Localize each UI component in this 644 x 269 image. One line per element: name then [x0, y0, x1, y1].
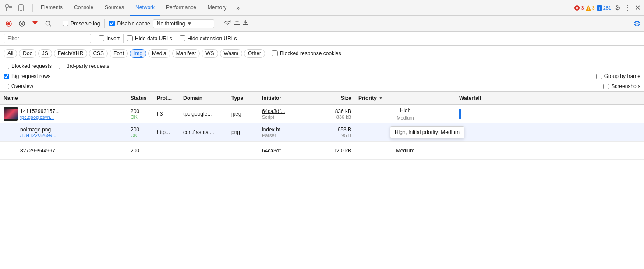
hide-data-urls-checkbox[interactable]: Hide data URLs — [127, 35, 172, 42]
row-1-thumbnail — [4, 107, 18, 121]
blocked-cookies-checkbox[interactable]: Blocked response cookies — [272, 50, 341, 57]
col-header-name[interactable]: Name — [0, 95, 127, 101]
blocked-requests-input[interactable] — [4, 64, 9, 69]
hide-ext-urls-checkbox[interactable]: Hide extension URLs — [180, 35, 237, 42]
tab-performance[interactable]: Performance — [161, 0, 202, 16]
col-header-type[interactable]: Type — [228, 95, 258, 101]
svg-marker-14 — [32, 21, 38, 26]
svg-text:✕: ✕ — [575, 6, 579, 11]
screenshots-checkbox[interactable]: Screenshots — [603, 83, 640, 89]
filter-type-manifest[interactable]: Manifest — [172, 49, 200, 58]
row-1-name: 141152993157... tpc.googlesyn... — [0, 105, 127, 123]
more-options-icon[interactable]: ⋮ — [624, 4, 631, 12]
tab-elements[interactable]: Elements — [35, 0, 68, 16]
hide-data-urls-input[interactable] — [127, 35, 133, 41]
row-2-type: png — [228, 123, 258, 141]
more-tabs-button[interactable]: » — [233, 4, 243, 11]
filter-type-font[interactable]: Font — [110, 49, 128, 58]
filter-sep — [95, 34, 95, 43]
filter-right: Blocked response cookies — [272, 50, 341, 57]
row-3-name: 827299944997... — [0, 142, 127, 159]
search-icon[interactable] — [43, 18, 53, 29]
error-badge: ✕ 3 — [574, 5, 584, 11]
col-header-priority[interactable]: Priority ▼ — [355, 95, 456, 101]
overview-input[interactable] — [4, 84, 9, 89]
export-har-icon[interactable] — [243, 20, 249, 27]
preserve-log-input[interactable] — [63, 21, 68, 26]
table-row[interactable]: 141152993157... tpc.googlesyn... 200 OK … — [0, 105, 644, 123]
tab-network[interactable]: Network — [130, 0, 160, 16]
disable-cache-input[interactable] — [109, 21, 115, 26]
filter-type-img[interactable]: Img — [130, 49, 146, 58]
big-rows-input[interactable] — [4, 74, 9, 79]
throttle-dropdown[interactable]: No throttling ▼ — [153, 19, 214, 28]
table-row[interactable]: noImage.png /134122/32699... 200 OK http… — [0, 123, 644, 142]
filter-type-other[interactable]: Other — [244, 49, 265, 58]
thumb-image — [4, 109, 18, 119]
hide-ext-urls-input[interactable] — [180, 35, 185, 41]
filter-sep-3 — [176, 34, 176, 43]
row-1-domain: tpc.google... — [180, 105, 228, 123]
filter-type-css[interactable]: CSS — [89, 49, 108, 58]
table-row[interactable]: 827299944997... 200 64ca3df... 12.0 kB M… — [0, 142, 644, 160]
filter-type-ws[interactable]: WS — [202, 49, 218, 58]
row-2-waterfall — [456, 123, 644, 141]
blocked-cookies-input[interactable] — [272, 50, 278, 56]
row-2-initiator: index.ht... Parser — [258, 123, 311, 141]
filter-type-fetchxhr[interactable]: Fetch/XHR — [54, 49, 88, 58]
inspect-icon[interactable] — [4, 3, 14, 13]
col-header-waterfall[interactable]: Waterfall — [456, 95, 644, 101]
overview-checkbox[interactable]: Overview — [4, 83, 33, 89]
disable-cache-checkbox[interactable]: Disable cache — [109, 21, 150, 27]
filter-type-js[interactable]: JS — [38, 49, 52, 58]
group-by-frame-input[interactable] — [596, 74, 602, 79]
third-party-input[interactable] — [59, 64, 64, 69]
tab-memory[interactable]: Memory — [202, 0, 232, 16]
row-3-initiator: 64ca3df... — [258, 142, 311, 159]
group-by-frame-checkbox[interactable]: Group by frame — [596, 73, 640, 79]
filter-icon[interactable] — [30, 18, 40, 29]
preserve-log-checkbox[interactable]: Preserve log — [63, 21, 100, 27]
svg-point-15 — [46, 21, 50, 25]
close-devtools-icon[interactable]: ✕ — [635, 4, 640, 12]
big-rows-checkbox[interactable]: Big request rows — [4, 73, 50, 79]
settings-gear-icon[interactable]: ⚙ — [615, 4, 621, 12]
invert-input[interactable] — [99, 35, 104, 41]
devtools-icons — [4, 3, 26, 13]
row-1-initiator: 64ca3df... Script — [258, 105, 311, 123]
svg-rect-0 — [6, 5, 8, 7]
import-har-icon[interactable] — [234, 20, 240, 27]
filter-sep-2 — [123, 34, 124, 43]
filter-input[interactable] — [4, 34, 91, 43]
stop-recording-button[interactable] — [4, 18, 14, 29]
col-header-size[interactable]: Size — [311, 95, 355, 101]
row-3-priority: Medium — [355, 142, 456, 159]
tab-sources[interactable]: Sources — [99, 0, 129, 16]
mobile-icon[interactable] — [16, 3, 26, 13]
filter-type-doc[interactable]: Doc — [19, 49, 36, 58]
col-header-prot[interactable]: Prot... — [153, 95, 180, 101]
col-header-domain[interactable]: Domain — [180, 95, 228, 101]
row-2-status: 200 OK — [127, 123, 153, 141]
tab-sep-1 — [32, 4, 33, 12]
row-3-protocol — [153, 142, 180, 159]
error-badges: ✕ 3 ! 3 i 281 — [574, 5, 611, 11]
toolbar-sep-2 — [104, 19, 105, 28]
row-3-type — [228, 142, 258, 159]
filter-type-media[interactable]: Media — [148, 49, 170, 58]
filter-type-wasm[interactable]: Wasm — [220, 49, 243, 58]
third-party-checkbox[interactable]: 3rd-party requests — [59, 63, 109, 69]
clear-button[interactable] — [17, 18, 27, 29]
network-settings-icon[interactable]: ⚙ — [633, 19, 640, 28]
blocked-requests-checkbox[interactable]: Blocked requests — [4, 63, 52, 69]
filter-type-all[interactable]: All — [4, 49, 17, 58]
svg-rect-21 — [243, 24, 248, 25]
tab-console[interactable]: Console — [69, 0, 99, 16]
col-header-initiator[interactable]: Initiator — [258, 95, 311, 101]
screenshots-input[interactable] — [603, 84, 609, 89]
table-header: Name Status Prot... Domain Type Initiato… — [0, 92, 644, 105]
col-header-status[interactable]: Status — [127, 95, 153, 101]
invert-checkbox[interactable]: Invert — [99, 35, 120, 42]
options-left: Blocked requests 3rd-party requests — [4, 63, 109, 69]
wifi-settings-icon[interactable] — [223, 20, 231, 27]
